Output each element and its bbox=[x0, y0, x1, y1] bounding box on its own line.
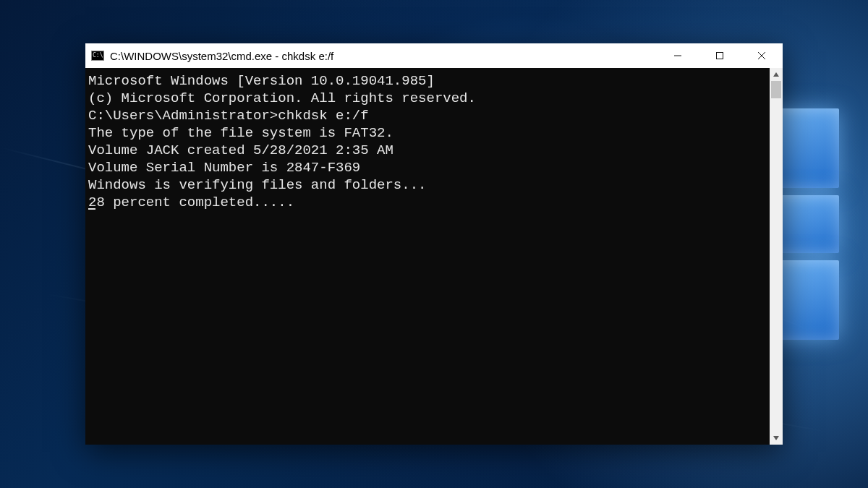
close-button[interactable] bbox=[741, 43, 783, 68]
cmd-window: C:\WINDOWS\system32\cmd.exe - chkdsk e:/… bbox=[85, 43, 783, 445]
terminal-output[interactable]: Microsoft Windows [Version 10.0.19041.98… bbox=[85, 68, 770, 445]
terminal-line: Volume Serial Number is 2847-F369 bbox=[88, 159, 770, 176]
scroll-up-arrow-icon[interactable] bbox=[770, 68, 783, 81]
scroll-track[interactable] bbox=[770, 81, 783, 432]
terminal-line: (c) Microsoft Corporation. All rights re… bbox=[88, 90, 770, 107]
vertical-scrollbar[interactable] bbox=[770, 68, 783, 445]
terminal-line: Volume JACK created 5/28/2021 2:35 AM bbox=[88, 142, 770, 159]
terminal-line: C:\Users\Administrator>chkdsk e:/f bbox=[88, 107, 770, 124]
scroll-thumb[interactable] bbox=[771, 81, 781, 98]
terminal-line: Windows is verifying files and folders..… bbox=[88, 176, 770, 194]
scroll-down-arrow-icon[interactable] bbox=[770, 432, 783, 445]
maximize-button[interactable] bbox=[699, 43, 741, 68]
svg-rect-1 bbox=[717, 53, 723, 59]
client-area: Microsoft Windows [Version 10.0.19041.98… bbox=[85, 68, 783, 445]
window-title: C:\WINDOWS\system32\cmd.exe - chkdsk e:/… bbox=[110, 50, 333, 62]
cmd-icon bbox=[91, 51, 104, 61]
terminal-line: The type of the file system is FAT32. bbox=[88, 124, 770, 142]
titlebar[interactable]: C:\WINDOWS\system32\cmd.exe - chkdsk e:/… bbox=[85, 43, 783, 68]
terminal-line: Microsoft Windows [Version 10.0.19041.98… bbox=[88, 72, 770, 90]
minimize-button[interactable] bbox=[657, 43, 699, 68]
terminal-line: 28 percent completed..... bbox=[88, 194, 770, 211]
